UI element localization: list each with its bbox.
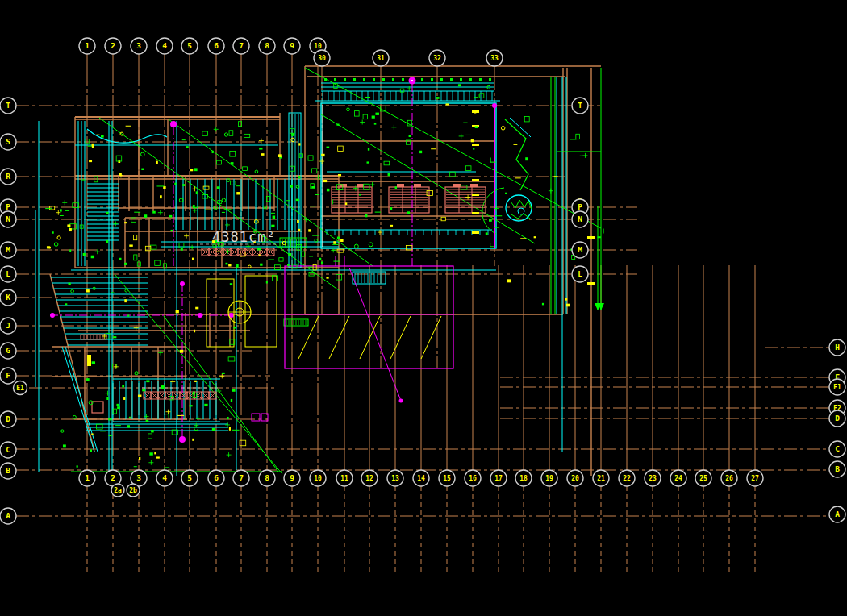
symbol-mark: [475, 127, 478, 128]
grid-bubble-31: 31: [373, 50, 389, 66]
grid-bubble-label: 5: [187, 41, 192, 50]
grid-bubble-B: B: [0, 463, 16, 479]
grid-bubble-K: K: [0, 289, 16, 306]
symbol-mark: [217, 186, 220, 189]
symbol-mark: [407, 211, 410, 214]
grid-bubble-label: 7: [239, 473, 244, 482]
symbol-mark: [195, 307, 198, 310]
symbol-mark: [257, 248, 261, 251]
symbol-mark: [174, 183, 176, 185]
tick-dot: [421, 78, 424, 81]
grid-bubble-27: 27: [747, 470, 763, 486]
symbol-mark: [194, 381, 197, 382]
symbol-mark: [259, 148, 262, 150]
grid-bubble-7: 7: [233, 38, 249, 54]
tick-dot: [402, 78, 404, 81]
tick-dot: [353, 78, 356, 81]
grid-bubble-24: 24: [670, 470, 686, 486]
grid-bubble-label: 2: [111, 41, 115, 50]
symbol-mark: [138, 395, 141, 397]
symbol-mark: [473, 148, 474, 150]
symbol-mark: [161, 385, 164, 389]
symbol-mark: [127, 314, 129, 316]
symbol-mark: [297, 220, 299, 223]
grid-bubble-label: 32: [433, 55, 441, 62]
symbol-mark: [106, 397, 108, 400]
symbol-mark: [142, 389, 145, 392]
centerline-marker: [180, 281, 185, 286]
symbol-mark: [106, 240, 109, 243]
grid-bubble-label: T: [578, 101, 582, 110]
symbol-mark: [566, 304, 570, 307]
symbol-mark: [542, 303, 544, 306]
grid-bubble-label: 6: [214, 41, 219, 50]
notch: [397, 184, 404, 187]
symbol-mark: [69, 283, 71, 285]
symbol-mark: [151, 430, 154, 432]
grid-bubble-4: 4: [156, 470, 173, 486]
symbol-mark: [123, 397, 125, 400]
symbol-mark: [146, 420, 149, 422]
symbol-mark: [261, 153, 265, 156]
symbol-mark: [69, 228, 72, 231]
grid-bubble-label: 25: [699, 475, 707, 482]
symbol-mark: [180, 350, 183, 353]
symbol-mark: [226, 263, 228, 265]
grid-bubble-label: 20: [571, 475, 579, 482]
grid-bubble-label: 8: [265, 473, 269, 482]
symbol-mark: [333, 241, 336, 244]
grid-bubble-2b: 2b: [127, 484, 140, 497]
dim-mark: [472, 179, 479, 181]
tick-dot: [440, 78, 443, 81]
symbol-mark: [236, 264, 239, 268]
grid-bubble-4: 4: [156, 38, 173, 54]
symbol-mark: [291, 133, 294, 136]
symbol-mark: [367, 161, 369, 163]
notch: [357, 184, 364, 187]
grid-bubble-label: L: [6, 269, 10, 278]
grid-bubble-19: 19: [541, 470, 557, 486]
symbol-mark: [525, 157, 528, 160]
symbol-mark: [445, 103, 449, 105]
symbol-mark: [287, 264, 290, 266]
grid-bubble-14: 14: [413, 470, 429, 486]
grid-bubble-label: 33: [490, 55, 499, 62]
symbol-mark: [228, 264, 231, 267]
symbol-mark: [505, 193, 507, 194]
symbol-mark: [338, 174, 341, 176]
symbol-mark: [298, 143, 300, 145]
symbol-mark: [122, 385, 124, 387]
symbol-mark: [321, 261, 323, 263]
symbol-mark: [127, 425, 130, 427]
grid-bubble-33: 33: [486, 50, 503, 66]
grid-bubble-label: J: [6, 321, 10, 330]
tick-dot: [479, 78, 482, 81]
grid-bubble-label: 6: [214, 473, 219, 482]
symbol-mark: [230, 283, 232, 285]
grid-bubble-E1: E1: [14, 381, 27, 395]
cad-drawing-canvas[interactable]: 4381cm² 12345678910303132331234567891011…: [0, 0, 847, 616]
tick-dot: [460, 78, 462, 81]
symbol-mark: [116, 404, 119, 406]
grid-bubble-label: 2b: [129, 487, 137, 494]
symbol-mark: [390, 225, 394, 227]
grid-bubble-5: 5: [182, 470, 198, 486]
symbol-mark: [154, 452, 156, 455]
grid-bubble-label: 9: [290, 473, 294, 482]
symbol-mark: [271, 225, 274, 227]
symbol-mark: [124, 299, 127, 302]
symbol-mark: [169, 215, 172, 218]
symbol-mark: [278, 154, 282, 157]
grid-bubble-label: 3: [136, 473, 141, 482]
grid-bubble-label: 17: [494, 475, 503, 482]
symbol-mark: [69, 249, 71, 252]
dim-mark: [472, 194, 479, 196]
grid-bubble-label: 2: [111, 473, 115, 482]
grid-bubble-label: 9: [290, 41, 294, 50]
symbol-mark: [474, 111, 476, 113]
symbol-mark: [337, 237, 340, 240]
dim-mark: [472, 231, 479, 234]
grid-bubble-N: N: [0, 211, 16, 227]
symbol-mark: [92, 361, 95, 364]
grid-bubble-18: 18: [515, 470, 532, 486]
